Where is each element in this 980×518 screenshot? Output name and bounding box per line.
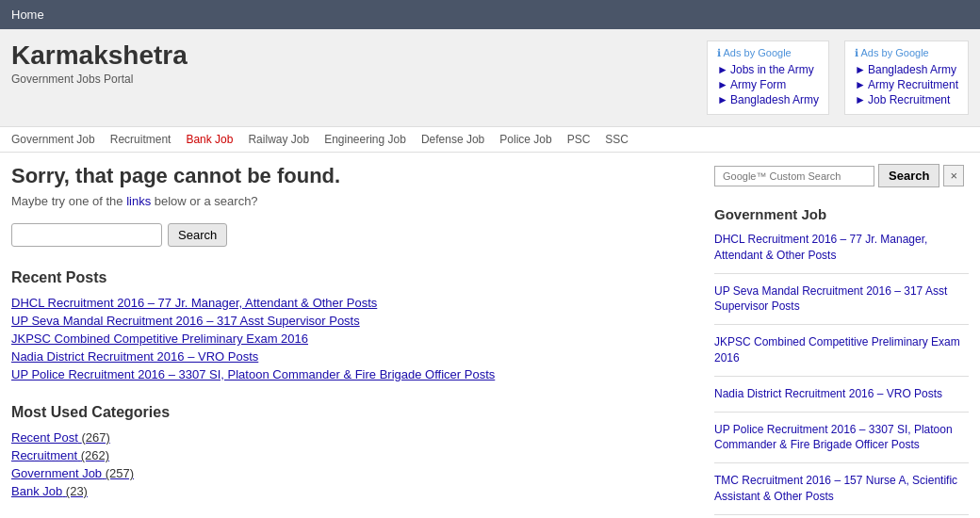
nav-engineering-job[interactable]: Engineering Job <box>324 133 406 146</box>
ads-label-1: ℹ Ads by Google <box>717 47 819 59</box>
site-title[interactable]: Karmakshetra <box>11 40 188 71</box>
sidebar-post-1[interactable]: UP Seva Mandal Recruitment 2016 – 317 As… <box>714 283 969 326</box>
nav-police-job[interactable]: Police Job <box>499 133 551 146</box>
content-area: Sorry, that page cannot be found. Maybe … <box>11 164 695 518</box>
cat-item-3: Bank Job (23) <box>11 484 695 498</box>
post-link-3[interactable]: Nadia District Recruitment 2016 – VRO Po… <box>11 349 695 364</box>
sidebar-post-5[interactable]: TMC Recruitment 2016 – 157 Nurse A, Scie… <box>714 473 969 515</box>
categories-section: Most Used Categories Recent Post (267) R… <box>11 404 695 498</box>
cat-link-3[interactable]: Bank Job (23) <box>11 484 695 498</box>
home-link[interactable]: Home <box>11 8 44 22</box>
ad-link-2-2[interactable]: ►Army Recruitment <box>855 78 958 91</box>
nav-recruitment[interactable]: Recruitment <box>110 133 172 146</box>
cat-item-0: Recent Post (267) <box>11 430 695 445</box>
sidebar-section: Government Job DHCL Recruitment 2016 – 7… <box>714 206 969 518</box>
nav-defense-job[interactable]: Defense Job <box>421 133 484 146</box>
error-subtitle: Maybe try one of the links below or a se… <box>11 194 695 208</box>
ads-column-2: ℹ Ads by Google ►Bangladesh Army ►Army R… <box>844 40 969 115</box>
sidebar: Search × Government Job DHCL Recruitment… <box>714 164 969 518</box>
cat-item-1: Recruitment (262) <box>11 448 695 462</box>
ad-link-1-2[interactable]: ►Army Form <box>717 78 819 91</box>
sidebar-section-title: Government Job <box>714 206 969 222</box>
ad-link-1-3[interactable]: ►Bangladesh Army <box>717 93 819 106</box>
sidebar-post-3[interactable]: Nadia District Recruitment 2016 – VRO Po… <box>714 386 969 413</box>
ad-link-2-1[interactable]: ►Bangladesh Army <box>855 63 958 76</box>
site-info: Karmakshetra Government Jobs Portal <box>11 40 188 86</box>
cat-item-2: Government Job (257) <box>11 466 695 480</box>
top-bar: Home <box>0 0 980 29</box>
info-icon-2: ℹ <box>855 47 858 58</box>
nav-ssc[interactable]: SSC <box>605 133 629 146</box>
categories-title: Most Used Categories <box>11 404 695 421</box>
nav-government-job[interactable]: Government Job <box>11 133 95 146</box>
cat-link-0[interactable]: Recent Post (267) <box>11 430 695 445</box>
post-link-4[interactable]: UP Police Recruitment 2016 – 3307 SI, Pl… <box>11 367 695 381</box>
nav: Government Job Recruitment Bank Job Rail… <box>0 127 980 153</box>
sidebar-post-4[interactable]: UP Police Recruitment 2016 – 3307 SI, Pl… <box>714 422 969 464</box>
error-title: Sorry, that page cannot be found. <box>11 164 695 188</box>
recent-posts-section: Recent Posts DHCL Recruitment 2016 – 77 … <box>11 269 695 381</box>
google-search-box: Search × <box>714 164 969 187</box>
ad-link-2-3[interactable]: ►Job Recruitment <box>855 93 958 106</box>
info-icon-1: ℹ <box>717 47 721 58</box>
ads-label-2: ℹ Ads by Google <box>855 47 958 59</box>
ad-link-1-1[interactable]: ►Jobs in the Army <box>717 63 819 76</box>
ads-column-1: ℹ Ads by Google ►Jobs in the Army ►Army … <box>707 40 829 115</box>
main-layout: Sorry, that page cannot be found. Maybe … <box>0 153 980 518</box>
cat-link-2[interactable]: Government Job (257) <box>11 466 695 480</box>
content-search: Search <box>11 223 695 247</box>
post-link-1[interactable]: UP Seva Mandal Recruitment 2016 – 317 As… <box>11 314 695 328</box>
search-input[interactable] <box>11 223 162 247</box>
post-link-2[interactable]: JKPSC Combined Competitive Preliminary E… <box>11 332 695 346</box>
google-search-close-button[interactable]: × <box>943 165 964 186</box>
links-link[interactable]: links <box>126 194 151 208</box>
nav-bank-job[interactable]: Bank Job <box>186 133 233 146</box>
google-search-input[interactable] <box>714 166 874 186</box>
site-tagline: Government Jobs Portal <box>11 73 188 86</box>
nav-psc[interactable]: PSC <box>567 133 591 146</box>
nav-railway-job[interactable]: Railway Job <box>248 133 309 146</box>
recent-posts-title: Recent Posts <box>11 269 695 286</box>
header: Karmakshetra Government Jobs Portal ℹ Ad… <box>0 29 980 127</box>
post-link-0[interactable]: DHCL Recruitment 2016 – 77 Jr. Manager, … <box>11 296 695 310</box>
ads-area: ℹ Ads by Google ►Jobs in the Army ►Army … <box>707 40 969 115</box>
sidebar-post-2[interactable]: JKPSC Combined Competitive Preliminary E… <box>714 334 969 377</box>
search-button[interactable]: Search <box>168 223 227 247</box>
cat-link-1[interactable]: Recruitment (262) <box>11 448 695 462</box>
google-search-button[interactable]: Search <box>878 164 939 187</box>
sidebar-post-0[interactable]: DHCL Recruitment 2016 – 77 Jr. Manager, … <box>714 232 969 274</box>
